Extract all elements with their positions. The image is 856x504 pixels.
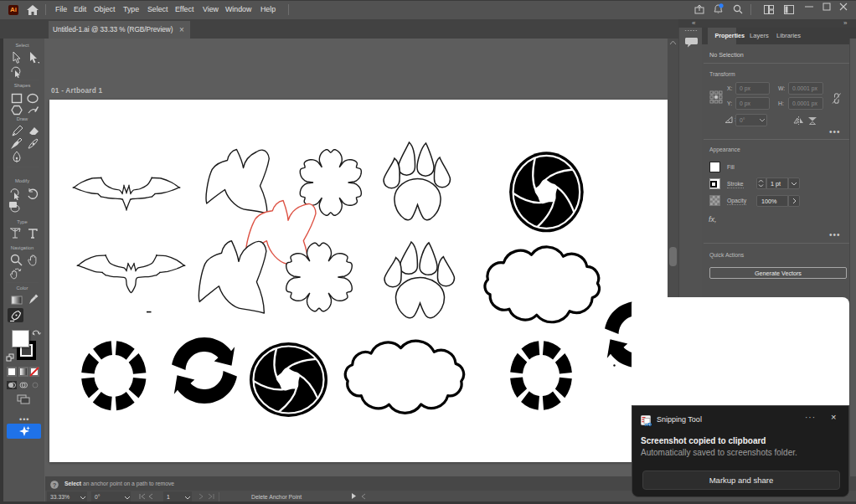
svg-text:?: ? <box>53 481 57 488</box>
